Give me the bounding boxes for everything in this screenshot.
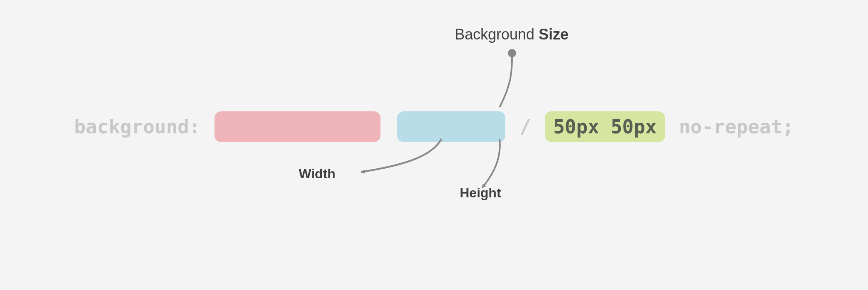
connector-arrow-height bbox=[482, 139, 500, 188]
connector-arrow-width bbox=[361, 139, 441, 172]
connector-dot-icon bbox=[508, 49, 516, 57]
connector-line-top bbox=[500, 53, 512, 107]
background-position-token: top left bbox=[397, 111, 506, 142]
width-label: Width bbox=[299, 166, 336, 182]
slash-separator: / bbox=[519, 116, 531, 138]
height-label: Height bbox=[460, 185, 501, 201]
background-image-token: url(cool.jpg) bbox=[215, 111, 380, 142]
css-shorthand-line: background: url(cool.jpg) top left / 50p… bbox=[0, 111, 868, 142]
css-property: background: bbox=[74, 116, 201, 138]
background-repeat-token: no-repeat; bbox=[679, 116, 794, 138]
connector-overlay bbox=[0, 0, 868, 290]
background-size-token: 50px 50px bbox=[545, 111, 665, 142]
annotation-title-prefix: Background bbox=[455, 26, 539, 43]
annotation-title-bold: Size bbox=[539, 26, 568, 43]
annotation-title: Background Size bbox=[455, 26, 568, 43]
